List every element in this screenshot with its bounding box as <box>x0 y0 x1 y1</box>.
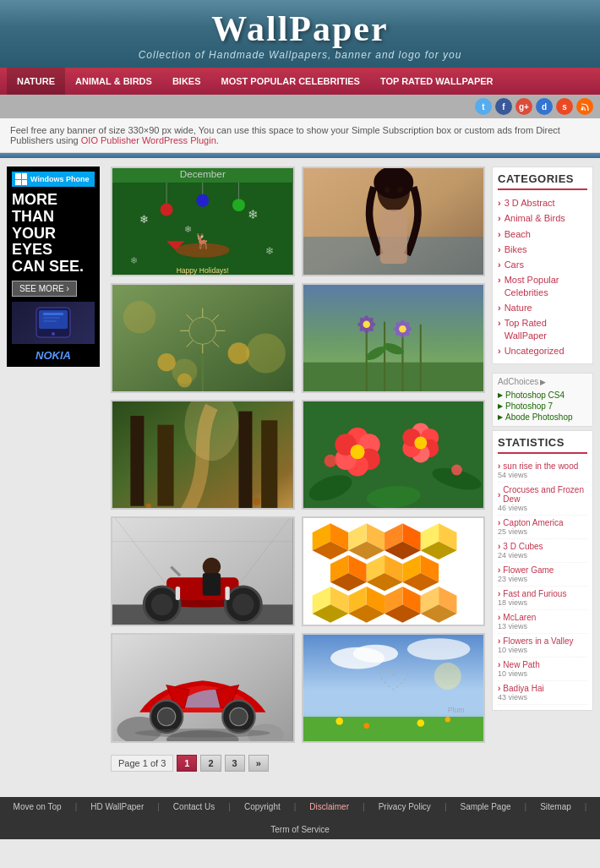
svg-rect-29 <box>379 210 406 264</box>
facebook-icon[interactable]: f <box>495 98 512 115</box>
svg-point-159 <box>352 645 397 663</box>
site-title: WallPaper <box>0 8 600 49</box>
nokia-ad-text: MORE THAN YOUR EYES CAN SEE. <box>12 192 95 276</box>
svg-point-13 <box>196 194 209 207</box>
footer-disclaimer[interactable]: Disclaimer <box>309 802 349 811</box>
footer-move-top[interactable]: Move on Top <box>14 802 62 811</box>
svg-point-64 <box>399 325 406 333</box>
category-3d-abstract[interactable]: 3 D Abstract <box>498 195 587 210</box>
left-sidebar: Windows Phone MORE THAN YOUR EYES CAN SE… <box>7 167 104 782</box>
category-bikes[interactable]: Bikes <box>498 242 587 257</box>
svg-rect-111 <box>176 587 180 600</box>
stats-item-5: Fast and Furious 18 views <box>498 587 587 610</box>
pagination: Page 1 of 3 1 2 3 » <box>111 751 485 775</box>
nokia-phone-image <box>12 302 95 344</box>
page-1-button[interactable]: 1 <box>177 755 197 772</box>
adchoices-label: AdChoices ▶ <box>498 377 587 386</box>
statistics-section: STATISTICS sun rise in the wood 54 views… <box>492 430 593 711</box>
svg-point-155 <box>135 729 270 738</box>
wallpaper-thumb-christmas[interactable]: December 🦌 ❄ ❄ <box>111 167 295 276</box>
rss-icon[interactable] <box>576 98 593 115</box>
see-more-button[interactable]: SEE MORE › <box>12 281 77 297</box>
nav-bikes[interactable]: BIKES <box>162 68 211 95</box>
svg-rect-50 <box>303 363 484 393</box>
category-uncategorized[interactable]: Uncategorized <box>498 343 587 358</box>
page-info: Page 1 of 3 <box>111 755 173 772</box>
svg-point-48 <box>177 373 192 387</box>
category-nature[interactable]: Nature <box>498 300 587 315</box>
footer-hd-wallpaper[interactable]: HD WallPaper <box>90 802 144 811</box>
svg-rect-4 <box>43 313 63 315</box>
category-celebrities[interactable]: Most Popular Celebrities <box>498 272 587 300</box>
adchoices-section: AdChoices ▶ Photoshop CS4 Photoshop 7 Ab… <box>492 373 593 427</box>
svg-point-162 <box>335 718 343 725</box>
svg-point-105 <box>151 594 173 616</box>
svg-point-96 <box>451 465 462 476</box>
wallpaper-thumb-forest[interactable] <box>111 400 295 510</box>
twitter-icon[interactable]: t <box>475 98 492 115</box>
svg-rect-69 <box>157 425 173 506</box>
footer-sample-page[interactable]: Sample Page <box>460 802 510 811</box>
adchoices-link-1[interactable]: Photoshop CS4 <box>498 390 587 401</box>
stumbleupon-icon[interactable]: s <box>556 98 573 115</box>
svg-point-160 <box>406 638 470 660</box>
wallpaper-thumb-motorcycle[interactable] <box>111 516 295 626</box>
footer-terms[interactable]: Term of Service <box>270 825 329 834</box>
page-3-button[interactable]: 3 <box>225 755 245 772</box>
title-wall: Wall <box>211 9 289 48</box>
wallpaper-thumb-sky[interactable]: Plum <box>302 633 486 743</box>
category-beach[interactable]: Beach <box>498 227 587 242</box>
adchoices-link-2[interactable]: Photoshop 7 <box>498 401 587 412</box>
category-animal-birds[interactable]: Animal & Birds <box>498 210 587 226</box>
page-2-button[interactable]: 2 <box>200 755 221 772</box>
nav-celebrities[interactable]: MOST POPULAR CELEBRITIES <box>211 68 370 95</box>
windows-bar: Windows Phone <box>12 172 95 187</box>
footer-sitemap[interactable]: Sitemap <box>540 802 571 811</box>
nav-top-rated[interactable]: TOP RATED WALLPAPER <box>370 68 504 95</box>
wallpaper-thumb-nature1[interactable] <box>111 283 295 393</box>
wallpaper-thumb-car[interactable] <box>111 633 295 743</box>
svg-point-95 <box>324 455 336 467</box>
stats-item-8: New Path 10 views <box>498 658 587 681</box>
googleplus-icon[interactable]: g+ <box>515 98 532 115</box>
stats-item-0: sun rise in the wood 54 views <box>498 459 587 483</box>
stats-item-2: Capton America 25 views <box>498 516 587 539</box>
wallpaper-thumb-flowers1[interactable] <box>302 283 486 393</box>
category-cars[interactable]: Cars <box>498 257 587 272</box>
nav-nature[interactable]: NATURE <box>7 68 65 95</box>
footer-copyright[interactable]: Copyright <box>244 802 281 811</box>
content-area: December 🦌 ❄ ❄ <box>111 167 485 782</box>
footer-privacy[interactable]: Privacy Policy <box>379 802 431 811</box>
svg-point-34 <box>246 334 286 374</box>
svg-point-75 <box>182 508 187 510</box>
wallpaper-thumb-flowers2[interactable] <box>302 400 486 510</box>
delicious-icon[interactable]: d <box>536 98 553 115</box>
category-top-rated[interactable]: Top Rated WallPaper <box>498 315 587 343</box>
wallpaper-thumb-woman[interactable] <box>302 167 486 276</box>
banner-area: Feel free any banner of size 330×90 px w… <box>0 118 600 153</box>
nokia-logo: NOKIA <box>12 349 95 362</box>
adchoices-link-3[interactable]: Abode Photoshop <box>498 412 587 423</box>
svg-point-0 <box>581 108 584 111</box>
statistics-title: STATISTICS <box>498 436 587 454</box>
wallpaper-thumb-cubes[interactable] <box>302 516 486 626</box>
site-subtitle: Collection of Handmade Wallpapers, banne… <box>0 49 600 61</box>
svg-point-46 <box>157 353 175 371</box>
stats-item-7: Flowers in a Valley 10 views <box>498 634 587 658</box>
svg-text:❄: ❄ <box>130 255 138 265</box>
svg-rect-112 <box>225 587 229 600</box>
categories-title: CATEGORIES <box>498 172 587 190</box>
svg-rect-70 <box>238 412 252 510</box>
svg-rect-157 <box>303 717 484 743</box>
nav-animal-birds[interactable]: ANIMAL & BIRDS <box>65 68 162 95</box>
page-next-button[interactable]: » <box>248 755 269 772</box>
svg-rect-101 <box>112 604 293 626</box>
svg-point-94 <box>414 437 427 450</box>
wallpaper-grid: December 🦌 ❄ ❄ <box>111 167 485 743</box>
banner-plugin-link[interactable]: OIO Publisher WordPress Plugin <box>81 135 216 145</box>
svg-text:Plum: Plum <box>447 706 463 714</box>
svg-rect-5 <box>43 317 60 319</box>
main-layout: Windows Phone MORE THAN YOUR EYES CAN SE… <box>0 158 600 790</box>
footer-contact[interactable]: Contact Us <box>173 802 215 811</box>
site-header: WallPaper Collection of Handmade Wallpap… <box>0 0 600 68</box>
